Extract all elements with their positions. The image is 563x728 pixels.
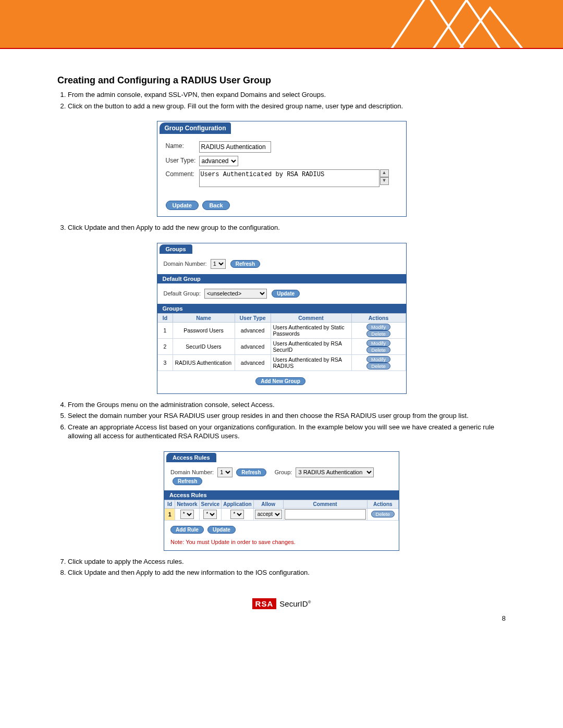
col-usertype: User Type [235, 313, 271, 322]
update-note: Note: You must Update in order to save c… [164, 536, 399, 550]
securid-text: SecurID® [279, 599, 311, 608]
scroll-up-icon[interactable]: ▲ [380, 169, 389, 177]
step-2: Click on the button to add a new group. … [68, 102, 506, 111]
service-select[interactable]: * [203, 510, 217, 519]
default-group-label: Default Group: [164, 290, 201, 297]
table-row: 1 Password Users advanced Users Authenti… [157, 322, 406, 338]
rule-id-cell: 1 [165, 508, 175, 520]
access-rules-table: Id Network Service Application Allow Com… [164, 500, 399, 521]
table-row: 2 SecurID Users advanced Users Authentic… [157, 338, 406, 354]
add-new-group-button[interactable]: Add New Group [255, 377, 305, 385]
groups-title: Groups [160, 244, 192, 254]
allow-select[interactable]: accept [255, 510, 282, 519]
step-1: From the admin console, expand SSL-VPN, … [68, 90, 506, 100]
mountain-graphic [375, 0, 532, 49]
access-rules-title: Access Rules [166, 453, 216, 462]
col-service: Service [199, 500, 222, 508]
header-band [0, 0, 563, 49]
usertype-label: User Type: [166, 156, 199, 164]
step-3: Click Update and then Apply to add the n… [68, 223, 506, 232]
col-id: Id [157, 313, 173, 322]
step-6: Create an appropriate Access list based … [68, 423, 506, 441]
step-4: From the Groups menu on the administrati… [68, 400, 506, 410]
access-refresh-button-1[interactable]: Refresh [236, 468, 266, 476]
groups-panel: Groups Domain Number: 1 Refresh Default … [157, 243, 407, 394]
col-comment: Comment [283, 500, 367, 508]
modify-button[interactable]: Modify [366, 324, 390, 330]
col-network: Network [175, 500, 199, 508]
page-footer: RSA SecurID® 8 [57, 598, 506, 640]
access-rules-panel: Access Rules Domain Number: 1 Refresh Gr… [164, 451, 399, 551]
name-field[interactable] [199, 141, 271, 153]
comment-label: Comment: [166, 169, 199, 178]
back-button[interactable]: Back [202, 201, 229, 210]
access-domain-label: Domain Number: [170, 469, 214, 475]
rsa-securid-logo: RSA SecurID® [252, 598, 311, 609]
page-number: 8 [502, 614, 506, 622]
default-group-select[interactable]: <unselected> [204, 289, 267, 299]
col-name: Name [173, 313, 235, 322]
table-row: 3 RADIUS Authentication advanced Users A… [157, 354, 406, 371]
access-refresh-button-2[interactable]: Refresh [173, 477, 202, 485]
step-8: Click Update and then Apply to add the n… [68, 568, 506, 577]
comment-textarea[interactable]: Users Authenticated by RSA RADIUS [199, 169, 380, 187]
usertype-select[interactable]: advanced [199, 156, 238, 166]
groups-subbar: Groups [157, 304, 406, 313]
access-group-select[interactable]: 3 RADIUS Authentication [296, 467, 374, 477]
modify-button[interactable]: Modify [366, 356, 390, 363]
rule-delete-button[interactable]: Delete [371, 511, 395, 517]
add-rule-button[interactable]: Add Rule [170, 526, 204, 534]
step-5: Select the domain number your RSA RADIUS… [68, 411, 506, 421]
access-domain-select[interactable]: 1 [217, 467, 232, 477]
update-default-button[interactable]: Update [272, 290, 300, 298]
update-button[interactable]: Update [166, 201, 199, 210]
modify-button[interactable]: Modify [366, 340, 390, 347]
col-actions: Actions [367, 500, 398, 508]
default-group-bar: Default Group [157, 274, 406, 283]
delete-button[interactable]: Delete [366, 330, 390, 337]
col-actions: Actions [351, 313, 406, 322]
rsa-logo-box: RSA [252, 598, 277, 609]
group-config-panel: Group Configuration Name: User Type: adv… [157, 121, 407, 217]
groups-table: Id Name User Type Comment Actions 1 Pass… [157, 313, 406, 371]
col-id: Id [165, 500, 175, 508]
group-config-title: Group Configuration [160, 122, 231, 134]
access-group-label: Group: [275, 469, 292, 475]
domain-number-label: Domain Number: [164, 261, 207, 267]
domain-number-select[interactable]: 1 [211, 259, 226, 269]
table-row: 1 * * * accept Delete [165, 508, 399, 520]
col-comment: Comment [271, 313, 351, 322]
access-rules-bar: Access Rules [164, 490, 399, 500]
delete-button[interactable]: Delete [366, 347, 390, 353]
scroll-down-icon[interactable]: ▼ [380, 177, 389, 185]
network-select[interactable]: * [180, 510, 194, 519]
access-update-button[interactable]: Update [207, 526, 236, 534]
rule-comment-input[interactable] [285, 509, 366, 520]
textarea-scrollbar[interactable]: ▲ ▼ [380, 169, 389, 185]
step-7: Click update to apply the Access rules. [68, 557, 506, 566]
delete-button[interactable]: Delete [366, 363, 390, 369]
section-heading: Creating and Configuring a RADIUS User G… [57, 75, 506, 86]
name-label: Name: [166, 141, 199, 150]
col-application: Application [222, 500, 253, 508]
refresh-button[interactable]: Refresh [230, 260, 260, 268]
col-allow: Allow [253, 500, 283, 508]
application-select[interactable]: * [230, 510, 244, 519]
